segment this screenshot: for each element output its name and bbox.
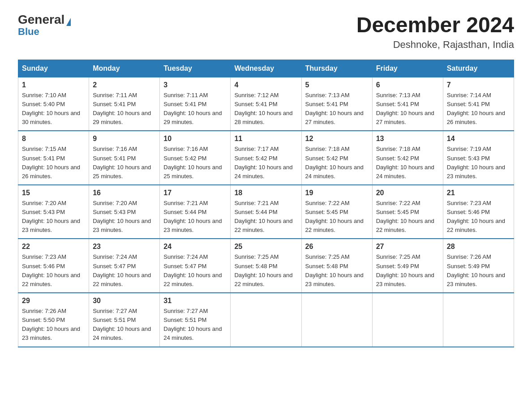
day-info: Sunrise: 7:12 AMSunset: 5:41 PMDaylight:…: [234, 91, 297, 127]
calendar-cell: 4 Sunrise: 7:12 AMSunset: 5:41 PMDayligh…: [231, 77, 301, 131]
location-text: Deshnoke, Rajasthan, India: [356, 39, 514, 51]
day-info: Sunrise: 7:16 AMSunset: 5:42 PMDaylight:…: [163, 145, 227, 181]
day-info: Sunrise: 7:23 AMSunset: 5:46 PMDaylight:…: [22, 253, 85, 289]
day-info: Sunrise: 7:24 AMSunset: 5:47 PMDaylight:…: [93, 253, 156, 289]
day-number: 11: [234, 135, 297, 143]
day-info: Sunrise: 7:21 AMSunset: 5:44 PMDaylight:…: [163, 199, 227, 235]
calendar-cell: 5 Sunrise: 7:13 AMSunset: 5:41 PMDayligh…: [301, 77, 372, 131]
day-info: Sunrise: 7:11 AMSunset: 5:41 PMDaylight:…: [163, 91, 227, 127]
calendar-cell: 25 Sunrise: 7:25 AMSunset: 5:48 PMDaylig…: [231, 239, 301, 293]
day-info: Sunrise: 7:10 AMSunset: 5:40 PMDaylight:…: [22, 91, 85, 127]
logo-blue-text: Blue: [18, 26, 39, 38]
week-row-4: 22 Sunrise: 7:23 AMSunset: 5:46 PMDaylig…: [18, 239, 514, 293]
day-number: 7: [447, 81, 510, 89]
calendar-cell: 20 Sunrise: 7:22 AMSunset: 5:45 PMDaylig…: [372, 185, 443, 239]
week-row-3: 15 Sunrise: 7:20 AMSunset: 5:43 PMDaylig…: [18, 185, 514, 239]
calendar-cell: 23 Sunrise: 7:24 AMSunset: 5:47 PMDaylig…: [89, 239, 160, 293]
calendar-cell: [443, 293, 514, 347]
day-number: 12: [305, 135, 369, 143]
calendar-cell: 1 Sunrise: 7:10 AMSunset: 5:40 PMDayligh…: [18, 77, 89, 131]
day-info: Sunrise: 7:13 AMSunset: 5:41 PMDaylight:…: [376, 91, 439, 127]
day-info: Sunrise: 7:19 AMSunset: 5:43 PMDaylight:…: [447, 145, 510, 181]
day-number: 17: [163, 189, 227, 197]
day-number: 21: [447, 189, 510, 197]
day-number: 28: [447, 243, 510, 251]
day-number: 31: [163, 297, 227, 305]
calendar-cell: 26 Sunrise: 7:25 AMSunset: 5:48 PMDaylig…: [301, 239, 372, 293]
calendar-cell: 29 Sunrise: 7:26 AMSunset: 5:50 PMDaylig…: [18, 293, 89, 347]
calendar-cell: 12 Sunrise: 7:18 AMSunset: 5:42 PMDaylig…: [301, 131, 372, 185]
day-number: 1: [22, 81, 85, 89]
day-number: 22: [22, 243, 85, 251]
day-number: 23: [93, 243, 156, 251]
day-info: Sunrise: 7:23 AMSunset: 5:46 PMDaylight:…: [447, 199, 510, 235]
day-number: 9: [93, 135, 156, 143]
day-info: Sunrise: 7:22 AMSunset: 5:45 PMDaylight:…: [376, 199, 439, 235]
day-number: 15: [22, 189, 85, 197]
week-row-1: 1 Sunrise: 7:10 AMSunset: 5:40 PMDayligh…: [18, 77, 514, 131]
day-info: Sunrise: 7:24 AMSunset: 5:47 PMDaylight:…: [163, 253, 227, 289]
calendar-cell: 9 Sunrise: 7:16 AMSunset: 5:41 PMDayligh…: [89, 131, 160, 185]
calendar-header-row: SundayMondayTuesdayWednesdayThursdayFrid…: [18, 60, 514, 77]
day-number: 27: [376, 243, 439, 251]
header-thursday: Thursday: [301, 60, 372, 77]
calendar-cell: [231, 293, 301, 347]
calendar-cell: 14 Sunrise: 7:19 AMSunset: 5:43 PMDaylig…: [443, 131, 514, 185]
week-row-5: 29 Sunrise: 7:26 AMSunset: 5:50 PMDaylig…: [18, 293, 514, 347]
header-right: December 2024 Deshnoke, Rajasthan, India: [356, 13, 514, 51]
calendar-cell: 28 Sunrise: 7:26 AMSunset: 5:49 PMDaylig…: [443, 239, 514, 293]
month-title: December 2024: [356, 13, 514, 37]
day-number: 2: [93, 81, 156, 89]
header-saturday: Saturday: [443, 60, 514, 77]
calendar-cell: 13 Sunrise: 7:18 AMSunset: 5:42 PMDaylig…: [372, 131, 443, 185]
calendar-cell: 6 Sunrise: 7:13 AMSunset: 5:41 PMDayligh…: [372, 77, 443, 131]
day-number: 16: [93, 189, 156, 197]
calendar-cell: 3 Sunrise: 7:11 AMSunset: 5:41 PMDayligh…: [160, 77, 231, 131]
calendar-cell: 16 Sunrise: 7:20 AMSunset: 5:43 PMDaylig…: [89, 185, 160, 239]
logo-triangle-icon: [66, 18, 71, 26]
day-info: Sunrise: 7:20 AMSunset: 5:43 PMDaylight:…: [22, 199, 85, 235]
day-info: Sunrise: 7:18 AMSunset: 5:42 PMDaylight:…: [376, 145, 439, 181]
day-number: 5: [305, 81, 369, 89]
day-number: 30: [93, 297, 156, 305]
calendar-cell: 27 Sunrise: 7:25 AMSunset: 5:49 PMDaylig…: [372, 239, 443, 293]
calendar-cell: [301, 293, 372, 347]
day-info: Sunrise: 7:20 AMSunset: 5:43 PMDaylight:…: [93, 199, 156, 235]
day-number: 13: [376, 135, 439, 143]
day-number: 8: [22, 135, 85, 143]
day-info: Sunrise: 7:22 AMSunset: 5:45 PMDaylight:…: [305, 199, 369, 235]
day-number: 25: [234, 243, 297, 251]
calendar-cell: 11 Sunrise: 7:17 AMSunset: 5:42 PMDaylig…: [231, 131, 301, 185]
logo: General Blue: [18, 13, 71, 38]
day-number: 6: [376, 81, 439, 89]
day-info: Sunrise: 7:25 AMSunset: 5:49 PMDaylight:…: [376, 253, 439, 289]
day-info: Sunrise: 7:13 AMSunset: 5:41 PMDaylight:…: [305, 91, 369, 127]
day-info: Sunrise: 7:25 AMSunset: 5:48 PMDaylight:…: [305, 253, 369, 289]
calendar-cell: 2 Sunrise: 7:11 AMSunset: 5:41 PMDayligh…: [89, 77, 160, 131]
calendar-cell: 10 Sunrise: 7:16 AMSunset: 5:42 PMDaylig…: [160, 131, 231, 185]
day-number: 20: [376, 189, 439, 197]
calendar-cell: [372, 293, 443, 347]
calendar-cell: 8 Sunrise: 7:15 AMSunset: 5:41 PMDayligh…: [18, 131, 89, 185]
calendar-table: SundayMondayTuesdayWednesdayThursdayFrid…: [18, 60, 514, 347]
calendar-cell: 17 Sunrise: 7:21 AMSunset: 5:44 PMDaylig…: [160, 185, 231, 239]
day-info: Sunrise: 7:15 AMSunset: 5:41 PMDaylight:…: [22, 145, 85, 181]
day-number: 10: [163, 135, 227, 143]
day-info: Sunrise: 7:11 AMSunset: 5:41 PMDaylight:…: [93, 91, 156, 127]
page-header: General Blue December 2024 Deshnoke, Raj…: [18, 13, 514, 51]
day-number: 4: [234, 81, 297, 89]
header-sunday: Sunday: [18, 60, 89, 77]
day-number: 29: [22, 297, 85, 305]
day-number: 14: [447, 135, 510, 143]
day-number: 24: [163, 243, 227, 251]
calendar-cell: 22 Sunrise: 7:23 AMSunset: 5:46 PMDaylig…: [18, 239, 89, 293]
calendar-cell: 30 Sunrise: 7:27 AMSunset: 5:51 PMDaylig…: [89, 293, 160, 347]
header-wednesday: Wednesday: [231, 60, 301, 77]
calendar-cell: 7 Sunrise: 7:14 AMSunset: 5:41 PMDayligh…: [443, 77, 514, 131]
calendar-cell: 21 Sunrise: 7:23 AMSunset: 5:46 PMDaylig…: [443, 185, 514, 239]
calendar-cell: 19 Sunrise: 7:22 AMSunset: 5:45 PMDaylig…: [301, 185, 372, 239]
logo-general-text: General: [18, 13, 64, 26]
day-number: 3: [163, 81, 227, 89]
day-info: Sunrise: 7:25 AMSunset: 5:48 PMDaylight:…: [234, 253, 297, 289]
day-info: Sunrise: 7:16 AMSunset: 5:41 PMDaylight:…: [93, 145, 156, 181]
